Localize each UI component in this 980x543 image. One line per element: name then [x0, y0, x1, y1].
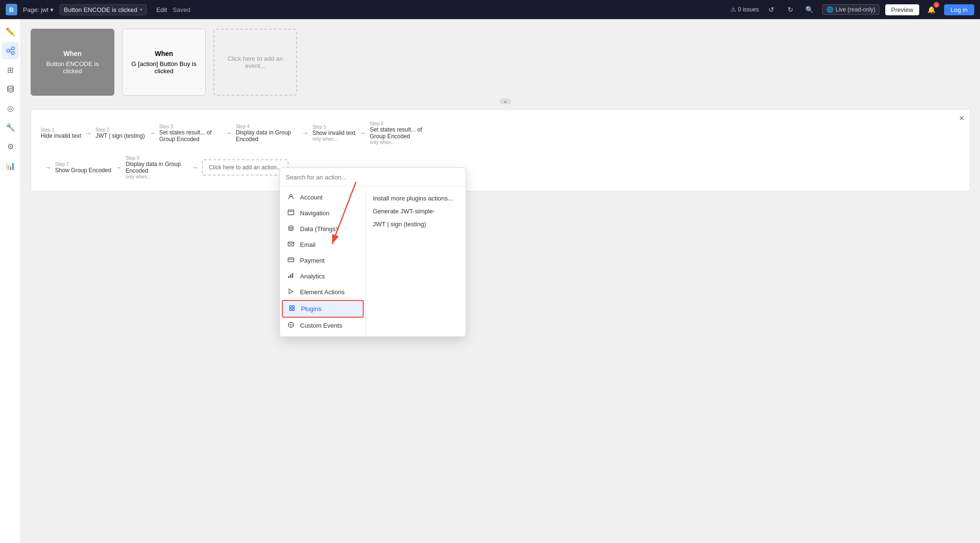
globe-icon: 🌐 [826, 6, 834, 13]
page-label: Page: jwt [23, 6, 48, 13]
redo-button[interactable]: ↻ [784, 3, 797, 16]
notif-badge: 1 [934, 2, 939, 8]
warning-icon: ⚠ [731, 6, 736, 13]
saved-label: Saved [173, 6, 190, 13]
topbar: B Page: jwt ▾ Button ENCODE is clicked ▾… [0, 0, 980, 19]
logo: B [6, 4, 17, 15]
event-dropdown[interactable]: Button ENCODE is clicked ▾ [59, 4, 146, 15]
issues-indicator[interactable]: ⚠ 0 issues [731, 6, 759, 13]
live-mode-indicator[interactable]: 🌐 Live (read-only) [822, 4, 880, 15]
issues-count: 0 issues [738, 6, 759, 13]
dropdown-arrow-icon: ▾ [140, 7, 143, 12]
page-arrow: ▾ [50, 6, 54, 13]
preview-button[interactable]: Preview [885, 4, 919, 15]
login-button[interactable]: Log in [944, 4, 974, 15]
edit-label: Edit [156, 6, 167, 13]
page-selector[interactable]: Page: jwt ▾ [23, 6, 54, 13]
event-dropdown-label: Button ENCODE is clicked [64, 6, 137, 13]
search-button[interactable]: 🔍 [803, 3, 816, 16]
live-label: Live (read-only) [835, 6, 875, 13]
undo-button[interactable]: ↺ [765, 3, 778, 16]
notifications-button[interactable]: 🔔 1 [925, 3, 938, 16]
